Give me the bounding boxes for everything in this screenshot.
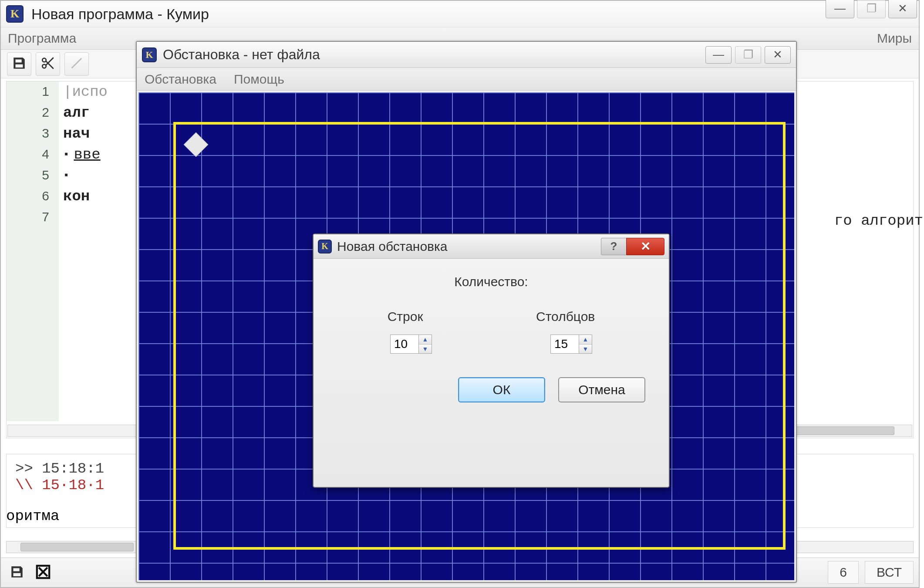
code-line-2: алг <box>63 102 108 123</box>
cols-label: Столбцов <box>536 309 595 324</box>
rows-input[interactable] <box>390 335 419 354</box>
env-menu-environment[interactable]: Обстановка <box>145 72 216 87</box>
chevron-up-icon[interactable]: ▲ <box>579 335 592 345</box>
dialog-app-icon: K <box>318 240 332 253</box>
line-gutter: 1 2 3 4 5 6 7 <box>7 81 59 421</box>
dialog-title: Новая обстановка <box>337 239 601 254</box>
chevron-down-icon[interactable]: ▼ <box>419 345 432 354</box>
env-title: Обстановка - нет файла <box>163 47 705 63</box>
app-icon: K <box>6 5 24 23</box>
code-lines: |испо алг нач ▪вве ▪ кон <box>63 81 108 228</box>
rows-stepper[interactable]: ▲▼ <box>419 335 432 354</box>
status-x-icon[interactable] <box>36 564 51 581</box>
cols-spinner[interactable]: ▲▼ <box>550 335 592 354</box>
tool-3[interactable] <box>64 52 89 76</box>
code-line-4: ▪вве <box>63 144 108 165</box>
env-maximize-button[interactable]: ❐ <box>735 46 761 64</box>
new-environment-dialog: K Новая обстановка ? ✕ Количество: Строк… <box>313 233 670 488</box>
menu-worlds[interactable]: Миры <box>877 31 912 46</box>
status-mode: ВСТ <box>865 561 914 584</box>
scissors-icon <box>40 56 55 72</box>
code-line-5: ▪ <box>63 165 108 186</box>
status-number: 6 <box>828 561 859 584</box>
code-line-3: нач <box>63 123 108 144</box>
blank-icon <box>69 56 84 72</box>
minimize-button[interactable]: — <box>826 0 854 18</box>
cols-stepper[interactable]: ▲▼ <box>579 335 592 354</box>
dialog-body: Количество: Строк Столбцов ▲▼ ▲▼ ОК Отме… <box>314 259 669 487</box>
env-menu-help[interactable]: Помощь <box>234 72 284 87</box>
code-line-7 <box>63 207 108 228</box>
ok-button[interactable]: ОК <box>458 377 545 402</box>
editor-hscroll-thumb[interactable] <box>781 426 894 435</box>
rows-spinner[interactable]: ▲▼ <box>390 335 432 354</box>
dialog-titlebar[interactable]: K Новая обстановка ? ✕ <box>314 234 669 259</box>
cancel-button[interactable]: Отмена <box>558 377 645 402</box>
close-icon: ✕ <box>641 239 651 253</box>
save-button[interactable] <box>7 52 31 76</box>
env-close-button[interactable]: ✕ <box>765 46 791 64</box>
chevron-up-icon[interactable]: ▲ <box>419 335 432 345</box>
env-app-icon: K <box>142 47 157 62</box>
editor-overflow-text: го алгорит <box>834 213 923 229</box>
status-save-icon[interactable] <box>10 564 24 581</box>
main-title: Новая программа - Кумир <box>31 6 914 23</box>
dialog-help-button[interactable]: ? <box>601 238 626 255</box>
dialog-heading: Количество: <box>454 274 528 289</box>
help-icon: ? <box>610 240 617 253</box>
close-button[interactable]: ✕ <box>888 0 917 18</box>
env-minimize-button[interactable]: — <box>705 46 732 64</box>
rows-label: Строк <box>388 309 423 324</box>
cols-input[interactable] <box>550 335 579 354</box>
env-titlebar[interactable]: K Обстановка - нет файла — ❐ ✕ <box>137 42 796 68</box>
console-hscroll-thumb[interactable] <box>20 543 134 551</box>
code-line-6: кон <box>63 186 108 207</box>
menu-program[interactable]: Программа <box>8 31 76 46</box>
chevron-down-icon[interactable]: ▼ <box>579 345 592 354</box>
main-titlebar[interactable]: K Новая программа - Кумир — ❐ ✕ <box>1 1 919 27</box>
save-icon <box>12 56 27 72</box>
maximize-button[interactable]: ❐ <box>857 0 886 18</box>
env-menubar: Обстановка Помощь <box>137 68 796 91</box>
code-line-1: |испо <box>63 81 108 102</box>
dialog-close-button[interactable]: ✕ <box>626 238 664 255</box>
cut-button[interactable] <box>36 52 60 76</box>
